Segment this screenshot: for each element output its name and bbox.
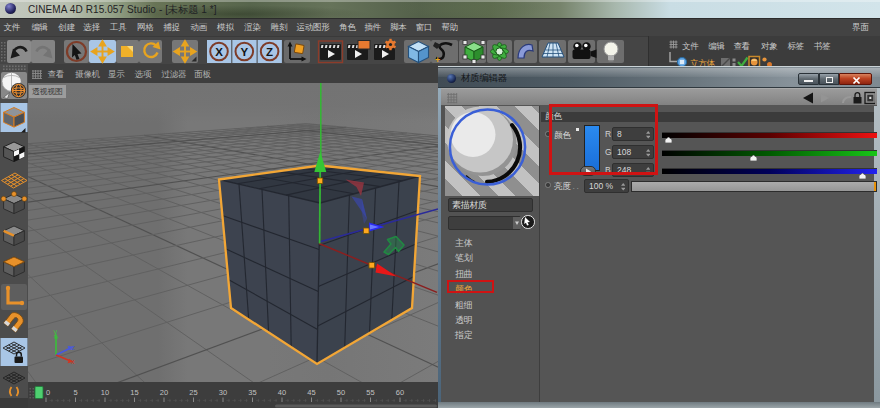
- svg-text:编辑: 编辑: [708, 41, 724, 51]
- svg-text:55: 55: [366, 388, 374, 397]
- svg-text:25: 25: [189, 388, 197, 397]
- svg-text:Z: Z: [266, 46, 273, 58]
- svg-text:文件: 文件: [682, 41, 699, 51]
- svg-text:10: 10: [101, 388, 109, 397]
- svg-text:y: y: [54, 327, 58, 336]
- svg-text:15: 15: [130, 388, 138, 397]
- svg-text:5: 5: [73, 388, 77, 397]
- svg-text:z: z: [71, 343, 75, 352]
- svg-text:查看: 查看: [733, 41, 750, 51]
- svg-text:对象: 对象: [761, 41, 778, 51]
- svg-text:0: 0: [46, 388, 50, 397]
- svg-text:x: x: [71, 357, 75, 366]
- svg-text:40: 40: [278, 388, 286, 397]
- svg-text:60: 60: [396, 388, 404, 397]
- svg-text:35: 35: [248, 388, 256, 397]
- svg-text:X: X: [215, 46, 223, 58]
- svg-text:书签: 书签: [814, 41, 831, 51]
- svg-text:50: 50: [337, 388, 345, 397]
- svg-text:20: 20: [160, 388, 168, 397]
- svg-text:标签: 标签: [787, 41, 804, 51]
- svg-text:Y: Y: [240, 46, 248, 58]
- svg-text:30: 30: [219, 388, 227, 397]
- svg-text:45: 45: [307, 388, 315, 397]
